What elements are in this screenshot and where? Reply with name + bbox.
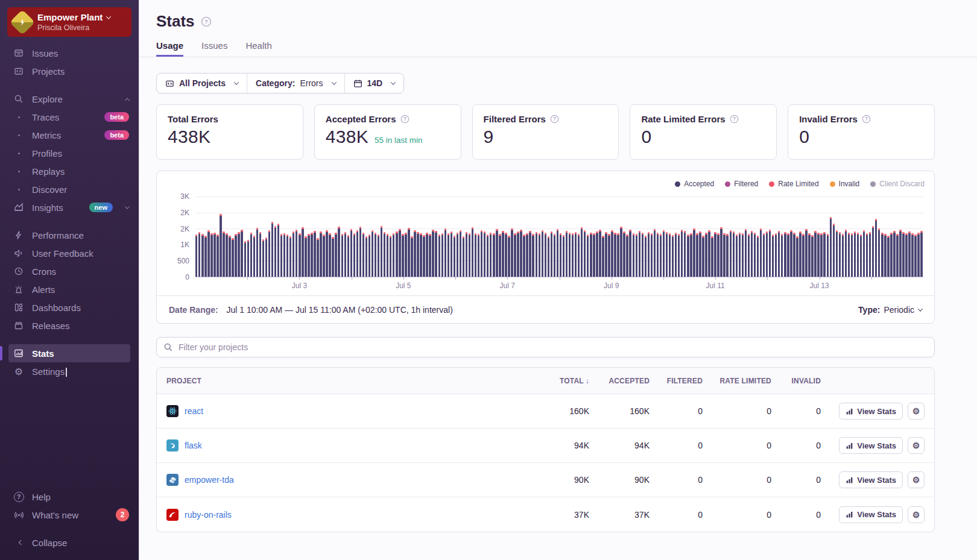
chart-bar <box>250 233 252 277</box>
column-header-invalid[interactable]: INVALID <box>771 377 821 385</box>
bar-segment-accepted <box>505 234 507 277</box>
chart-bar <box>733 231 735 277</box>
sidebar-item-stats[interactable]: Stats <box>8 344 130 362</box>
bar-segment-accepted <box>645 238 647 277</box>
sidebar-item-traces[interactable]: Traces beta <box>0 108 139 126</box>
legend-item-rate-limited[interactable]: Rate Limited <box>769 180 818 188</box>
legend-dot <box>725 181 730 187</box>
bar-segment-accepted <box>238 234 239 277</box>
legend-item-client-discard[interactable]: Client Discard <box>870 180 925 188</box>
help-icon[interactable]: ? <box>400 115 409 124</box>
chart-bar <box>672 235 674 277</box>
chart-bar <box>344 232 346 277</box>
help-icon[interactable]: ? <box>730 115 739 124</box>
chevron-down-icon <box>106 14 111 19</box>
bar-segment-accepted <box>365 238 367 277</box>
chart-bar <box>639 231 640 277</box>
column-header-rate-limited[interactable]: RATE LIMITED <box>703 377 771 385</box>
chart-bar <box>408 228 409 277</box>
legend-item-invalid[interactable]: Invalid <box>830 180 860 188</box>
sidebar-item-settings[interactable]: ⚙ Settings <box>0 362 139 380</box>
legend-item-filtered[interactable]: Filtered <box>725 180 758 188</box>
sidebar-item-issues[interactable]: Issues <box>0 44 139 62</box>
project-link[interactable]: react <box>185 406 203 416</box>
x-tick <box>403 277 404 280</box>
chart-bar <box>438 234 440 277</box>
bar-segment-accepted <box>726 236 728 277</box>
chart-bar <box>274 226 276 277</box>
sidebar-item-label: Explore <box>32 94 63 104</box>
tab-issues[interactable]: Issues <box>201 40 227 57</box>
view-stats-button[interactable]: View Stats <box>839 403 903 420</box>
project-filter-button[interactable]: All Projects <box>157 74 247 93</box>
sidebar-item-releases[interactable]: Releases <box>0 316 139 335</box>
chart-bar <box>499 234 501 277</box>
bar-segment-accepted <box>693 230 695 277</box>
legend-item-accepted[interactable]: Accepted <box>675 180 714 188</box>
chart-bar <box>696 233 698 277</box>
tab-usage[interactable]: Usage <box>156 40 183 57</box>
stat-card-title: Rate Limited Errors? <box>641 114 765 124</box>
bar-segment-accepted <box>651 235 653 277</box>
sidebar-item-user-feedback[interactable]: User Feedback <box>0 244 139 262</box>
project-settings-button[interactable]: ⚙ <box>908 471 925 488</box>
bar-segment-accepted <box>666 234 668 277</box>
dashboards-icon <box>13 303 24 312</box>
legend-label: Filtered <box>734 180 758 188</box>
table-row-react: react160K160K000View Stats⚙ <box>157 394 934 429</box>
chart-bar <box>347 235 349 277</box>
bar-segment-accepted <box>532 236 534 277</box>
chart-bar <box>548 236 549 277</box>
bar-segment-accepted <box>517 233 519 277</box>
sidebar-item-alerts[interactable]: Alerts <box>0 280 139 298</box>
column-header-filtered[interactable]: FILTERED <box>650 377 703 385</box>
x-tick <box>560 277 560 280</box>
help-icon[interactable]: ? <box>550 115 559 124</box>
project-link[interactable]: empower-tda <box>185 475 234 485</box>
sidebar-item-crons[interactable]: Crons <box>0 262 139 280</box>
project-link[interactable]: ruby-on-rails <box>185 510 232 520</box>
project-search-input[interactable] <box>156 337 935 357</box>
tab-health[interactable]: Health <box>245 40 271 57</box>
category-filter-button[interactable]: Category: Errors <box>247 74 344 93</box>
view-stats-button[interactable]: View Stats <box>839 437 903 454</box>
help-icon[interactable]: ? <box>862 115 871 124</box>
column-header-total[interactable]: TOTAL↓ <box>522 377 589 385</box>
page-help-icon[interactable]: ? <box>201 16 212 27</box>
chart-bar <box>605 232 607 277</box>
column-header-project[interactable]: PROJECT <box>166 377 522 385</box>
sidebar-item-insights[interactable]: Insights new <box>0 198 139 216</box>
sidebar-item-discover[interactable]: Discover <box>0 180 139 198</box>
date-range-button[interactable]: 14D <box>344 74 404 93</box>
bar-segment-accepted <box>911 235 913 277</box>
chart-bar <box>198 232 200 277</box>
project-settings-button[interactable]: ⚙ <box>908 403 925 420</box>
column-header-accepted[interactable]: ACCEPTED <box>589 377 650 385</box>
project-link[interactable]: flask <box>185 441 202 450</box>
sidebar-item-help[interactable]: ? Help <box>0 488 139 506</box>
sidebar-item-replays[interactable]: Replays <box>0 162 139 180</box>
bar-segment-accepted <box>833 225 835 277</box>
bar-segment-accepted <box>210 235 212 277</box>
bar-segment-accepted <box>551 233 552 277</box>
view-stats-button[interactable]: View Stats <box>839 471 903 488</box>
chart-bar <box>651 233 653 277</box>
chart-bar <box>757 236 759 277</box>
sidebar-item-projects[interactable]: Projects <box>0 62 139 80</box>
type-selector[interactable]: Type: Periodic <box>858 305 922 315</box>
chart-bar <box>393 233 394 277</box>
sidebar-item-whats-new[interactable]: What's new 2 <box>0 506 139 524</box>
row-actions: View Stats⚙ <box>821 471 925 488</box>
sidebar-item-dashboards[interactable]: Dashboards <box>0 298 139 316</box>
project-settings-button[interactable]: ⚙ <box>908 506 925 523</box>
view-stats-button[interactable]: View Stats <box>839 506 903 523</box>
org-switcher[interactable]: Empower Plant Priscila Oliveira <box>7 7 131 37</box>
sidebar-item-profiles[interactable]: Profiles <box>0 144 139 162</box>
sidebar-item-metrics[interactable]: Metrics beta <box>0 126 139 144</box>
sidebar-item-explore[interactable]: Explore <box>0 90 139 108</box>
bar-segment-accepted <box>466 234 467 277</box>
project-settings-button[interactable]: ⚙ <box>908 437 925 454</box>
sidebar-collapse-button[interactable]: Collapse <box>0 533 139 552</box>
bar-segment-accepted <box>754 234 756 277</box>
sidebar-item-performance[interactable]: Performance <box>0 226 139 244</box>
